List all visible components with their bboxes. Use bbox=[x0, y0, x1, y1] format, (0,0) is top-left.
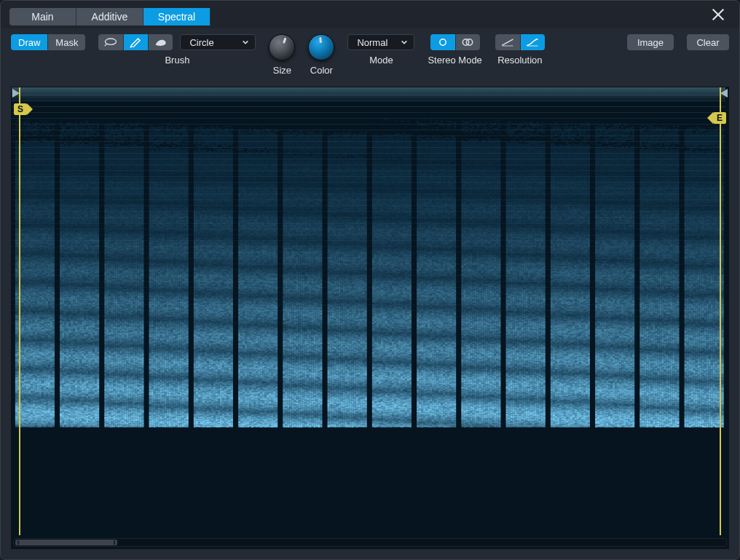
stereo-mode-segment bbox=[430, 34, 480, 50]
svg-point-3 bbox=[439, 39, 445, 45]
color-group: Color bbox=[308, 34, 334, 76]
brush-shape-select[interactable]: Circle bbox=[180, 34, 256, 50]
resolution-segment bbox=[495, 34, 545, 50]
size-group: Size bbox=[269, 34, 295, 76]
loop-line-end[interactable] bbox=[720, 87, 721, 535]
color-label: Color bbox=[310, 65, 333, 76]
mode-select[interactable]: Normal bbox=[347, 34, 414, 50]
pencil-tool-icon[interactable] bbox=[123, 34, 148, 50]
draw-mask-segment: Draw Mask bbox=[11, 34, 85, 50]
spectrogram-area[interactable]: S E bbox=[11, 87, 729, 549]
brush-tool-icon[interactable] bbox=[148, 34, 173, 50]
lasso-tool-icon[interactable] bbox=[98, 34, 123, 50]
brush-group: Circle Brush bbox=[98, 34, 256, 66]
resolution-curve-icon[interactable] bbox=[520, 34, 545, 50]
mask-button[interactable]: Mask bbox=[47, 34, 85, 50]
clear-button[interactable]: Clear bbox=[687, 34, 729, 50]
loop-start-marker[interactable]: S bbox=[14, 103, 27, 115]
brush-shape-value: Circle bbox=[189, 37, 213, 48]
mode-group-label: Mode bbox=[369, 55, 393, 66]
resolution-linear-icon[interactable] bbox=[495, 34, 520, 50]
chevron-down-icon bbox=[242, 37, 249, 48]
brush-tool-segment bbox=[98, 34, 173, 50]
resolution-label: Resolution bbox=[497, 55, 542, 66]
size-knob[interactable] bbox=[269, 34, 295, 60]
svg-point-2 bbox=[106, 39, 117, 44]
stereo-single-icon[interactable] bbox=[430, 34, 455, 50]
size-label: Size bbox=[273, 65, 291, 76]
tab-spectral[interactable]: Spectral bbox=[143, 8, 210, 25]
tab-additive[interactable]: Additive bbox=[76, 8, 143, 25]
stereo-dual-icon[interactable] bbox=[455, 34, 480, 50]
tab-main[interactable]: Main bbox=[9, 8, 76, 25]
horizontal-scrollbar[interactable] bbox=[13, 538, 727, 547]
spectrogram-canvas[interactable] bbox=[12, 87, 725, 539]
editor-tabbar: Main Additive Spectral bbox=[1, 1, 739, 28]
playhead-end-icon[interactable] bbox=[720, 89, 728, 98]
loop-line-start[interactable] bbox=[19, 87, 20, 535]
svg-point-5 bbox=[466, 39, 472, 45]
stereo-mode-label: Stereo Mode bbox=[428, 55, 481, 66]
spectral-toolbar: Draw Mask bbox=[1, 28, 739, 80]
image-button[interactable]: Image bbox=[627, 34, 674, 50]
mode-value: Normal bbox=[357, 37, 387, 48]
loop-end-marker[interactable]: E bbox=[713, 112, 726, 124]
close-icon[interactable] bbox=[710, 7, 726, 23]
mode-group: Normal Mode bbox=[347, 34, 414, 66]
chevron-down-icon bbox=[401, 37, 408, 48]
color-knob[interactable] bbox=[308, 34, 334, 60]
resolution-group: Resolution bbox=[495, 34, 545, 66]
draw-button[interactable]: Draw bbox=[11, 34, 47, 50]
stereo-mode-group: Stereo Mode bbox=[428, 34, 481, 66]
brush-group-label: Brush bbox=[165, 55, 189, 66]
scrollbar-thumb[interactable] bbox=[15, 540, 117, 545]
